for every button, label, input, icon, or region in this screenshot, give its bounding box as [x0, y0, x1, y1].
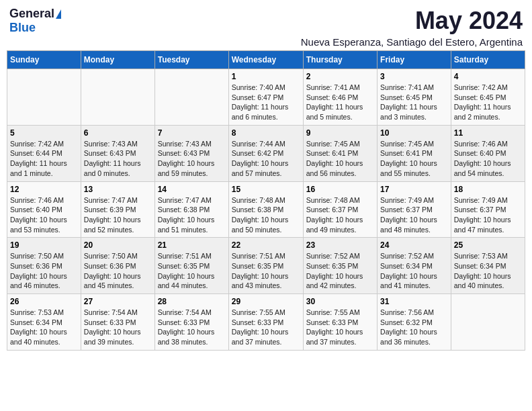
calendar-day-8: 8Sunrise: 7:44 AMSunset: 6:42 PMDaylight…: [228, 125, 303, 181]
calendar-header-thursday: Thursday: [303, 51, 377, 69]
day-number: 14: [158, 185, 226, 194]
logo-general: General: [9, 7, 54, 21]
day-number: 25: [454, 240, 522, 250]
day-info: Sunrise: 7:45 AMSunset: 6:41 PMDaylight:…: [306, 139, 374, 179]
calendar-empty-cell: [7, 69, 81, 126]
day-info: Sunrise: 7:53 AMSunset: 6:34 PMDaylight:…: [454, 251, 522, 291]
calendar-day-17: 17Sunrise: 7:49 AMSunset: 6:37 PMDayligh…: [378, 181, 451, 238]
day-number: 10: [380, 128, 448, 138]
day-info: Sunrise: 7:43 AMSunset: 6:43 PMDaylight:…: [158, 139, 226, 179]
day-number: 27: [84, 297, 152, 306]
day-number: 3: [380, 72, 448, 81]
calendar-day-13: 13Sunrise: 7:47 AMSunset: 6:39 PMDayligh…: [81, 181, 154, 238]
calendar-day-15: 15Sunrise: 7:48 AMSunset: 6:38 PMDayligh…: [228, 181, 303, 238]
day-number: 6: [84, 128, 152, 138]
day-info: Sunrise: 7:53 AMSunset: 6:34 PMDaylight:…: [10, 308, 78, 347]
day-info: Sunrise: 7:55 AMSunset: 6:33 PMDaylight:…: [232, 308, 300, 347]
subtitle: Nueva Esperanza, Santiago del Estero, Ar…: [301, 36, 523, 48]
day-info: Sunrise: 7:52 AMSunset: 6:34 PMDaylight:…: [380, 251, 448, 291]
calendar-empty-cell: [154, 69, 228, 126]
day-number: 5: [10, 128, 78, 138]
day-info: Sunrise: 7:42 AMSunset: 6:45 PMDaylight:…: [454, 83, 522, 122]
calendar-table: SundayMondayTuesdayWednesdayThursdayFrid…: [7, 50, 525, 351]
title-section: May 2024 Nueva Esperanza, Santiago del E…: [301, 7, 523, 48]
calendar-day-1: 1Sunrise: 7:40 AMSunset: 6:47 PMDaylight…: [228, 69, 303, 126]
day-info: Sunrise: 7:49 AMSunset: 6:37 PMDaylight:…: [380, 195, 448, 235]
calendar-day-14: 14Sunrise: 7:47 AMSunset: 6:38 PMDayligh…: [154, 181, 228, 238]
calendar-day-10: 10Sunrise: 7:45 AMSunset: 6:41 PMDayligh…: [378, 125, 451, 181]
calendar-day-3: 3Sunrise: 7:41 AMSunset: 6:45 PMDaylight…: [378, 69, 451, 126]
calendar-day-16: 16Sunrise: 7:48 AMSunset: 6:37 PMDayligh…: [303, 181, 377, 238]
day-number: 22: [232, 240, 300, 250]
day-info: Sunrise: 7:43 AMSunset: 6:43 PMDaylight:…: [84, 139, 152, 179]
calendar-week-row: 1Sunrise: 7:40 AMSunset: 6:47 PMDaylight…: [7, 69, 525, 126]
calendar-day-6: 6Sunrise: 7:43 AMSunset: 6:43 PMDaylight…: [81, 125, 154, 181]
calendar-day-9: 9Sunrise: 7:45 AMSunset: 6:41 PMDaylight…: [303, 125, 377, 181]
day-number: 23: [306, 240, 374, 250]
calendar-day-25: 25Sunrise: 7:53 AMSunset: 6:34 PMDayligh…: [451, 238, 525, 294]
day-info: Sunrise: 7:48 AMSunset: 6:37 PMDaylight:…: [306, 195, 374, 235]
day-info: Sunrise: 7:49 AMSunset: 6:37 PMDaylight:…: [454, 195, 522, 235]
day-info: Sunrise: 7:40 AMSunset: 6:47 PMDaylight:…: [232, 83, 300, 122]
calendar-day-4: 4Sunrise: 7:42 AMSunset: 6:45 PMDaylight…: [451, 69, 525, 126]
calendar-day-31: 31Sunrise: 7:56 AMSunset: 6:32 PMDayligh…: [378, 294, 451, 351]
day-info: Sunrise: 7:41 AMSunset: 6:46 PMDaylight:…: [306, 83, 374, 122]
day-info: Sunrise: 7:46 AMSunset: 6:40 PMDaylight:…: [454, 139, 522, 179]
calendar-header-monday: Monday: [81, 51, 154, 69]
main-title: May 2024: [301, 7, 523, 35]
day-info: Sunrise: 7:56 AMSunset: 6:32 PMDaylight:…: [380, 308, 448, 347]
day-number: 8: [232, 128, 300, 138]
day-number: 20: [84, 240, 152, 250]
day-number: 1: [232, 72, 300, 81]
calendar-empty-cell: [81, 69, 154, 126]
calendar-day-29: 29Sunrise: 7:55 AMSunset: 6:33 PMDayligh…: [228, 294, 303, 351]
calendar-day-27: 27Sunrise: 7:54 AMSunset: 6:33 PMDayligh…: [81, 294, 154, 351]
calendar-header-tuesday: Tuesday: [154, 51, 228, 69]
day-number: 4: [454, 72, 522, 81]
calendar-day-12: 12Sunrise: 7:46 AMSunset: 6:40 PMDayligh…: [7, 181, 81, 238]
day-number: 26: [10, 297, 78, 306]
calendar-week-row: 26Sunrise: 7:53 AMSunset: 6:34 PMDayligh…: [7, 294, 525, 351]
calendar-header-friday: Friday: [378, 51, 451, 69]
day-number: 24: [380, 240, 448, 250]
calendar-header-wednesday: Wednesday: [228, 51, 303, 69]
day-info: Sunrise: 7:54 AMSunset: 6:33 PMDaylight:…: [84, 308, 152, 347]
day-info: Sunrise: 7:50 AMSunset: 6:36 PMDaylight:…: [84, 251, 152, 291]
day-number: 29: [232, 297, 300, 306]
day-info: Sunrise: 7:42 AMSunset: 6:44 PMDaylight:…: [10, 139, 78, 179]
calendar-header-row: SundayMondayTuesdayWednesdayThursdayFrid…: [7, 51, 525, 69]
calendar-day-21: 21Sunrise: 7:51 AMSunset: 6:35 PMDayligh…: [154, 238, 228, 294]
day-info: Sunrise: 7:55 AMSunset: 6:33 PMDaylight:…: [306, 308, 374, 347]
day-number: 30: [306, 297, 374, 306]
day-info: Sunrise: 7:54 AMSunset: 6:33 PMDaylight:…: [158, 308, 226, 347]
calendar-week-row: 19Sunrise: 7:50 AMSunset: 6:36 PMDayligh…: [7, 238, 525, 294]
day-number: 18: [454, 185, 522, 194]
calendar-day-11: 11Sunrise: 7:46 AMSunset: 6:40 PMDayligh…: [451, 125, 525, 181]
day-number: 19: [10, 240, 78, 250]
page-header: General Blue May 2024 Nueva Esperanza, S…: [7, 7, 525, 48]
calendar-header-sunday: Sunday: [7, 51, 81, 69]
calendar-day-19: 19Sunrise: 7:50 AMSunset: 6:36 PMDayligh…: [7, 238, 81, 294]
calendar-day-18: 18Sunrise: 7:49 AMSunset: 6:37 PMDayligh…: [451, 181, 525, 238]
calendar-day-23: 23Sunrise: 7:52 AMSunset: 6:35 PMDayligh…: [303, 238, 377, 294]
day-info: Sunrise: 7:45 AMSunset: 6:41 PMDaylight:…: [380, 139, 448, 179]
day-number: 7: [158, 128, 226, 138]
day-number: 17: [380, 185, 448, 194]
day-info: Sunrise: 7:47 AMSunset: 6:39 PMDaylight:…: [84, 195, 152, 235]
calendar-week-row: 12Sunrise: 7:46 AMSunset: 6:40 PMDayligh…: [7, 181, 525, 238]
calendar-day-24: 24Sunrise: 7:52 AMSunset: 6:34 PMDayligh…: [378, 238, 451, 294]
logo: General Blue: [9, 7, 61, 35]
calendar-day-26: 26Sunrise: 7:53 AMSunset: 6:34 PMDayligh…: [7, 294, 81, 351]
logo-triangle-icon: [56, 9, 61, 19]
day-info: Sunrise: 7:51 AMSunset: 6:35 PMDaylight:…: [232, 251, 300, 291]
day-info: Sunrise: 7:44 AMSunset: 6:42 PMDaylight:…: [232, 139, 300, 179]
day-info: Sunrise: 7:51 AMSunset: 6:35 PMDaylight:…: [158, 251, 226, 291]
day-info: Sunrise: 7:52 AMSunset: 6:35 PMDaylight:…: [306, 251, 374, 291]
day-number: 13: [84, 185, 152, 194]
day-number: 15: [232, 185, 300, 194]
day-number: 2: [306, 72, 374, 81]
day-number: 31: [380, 297, 448, 306]
calendar-day-2: 2Sunrise: 7:41 AMSunset: 6:46 PMDaylight…: [303, 69, 377, 126]
day-number: 16: [306, 185, 374, 194]
calendar-empty-cell: [451, 294, 525, 351]
